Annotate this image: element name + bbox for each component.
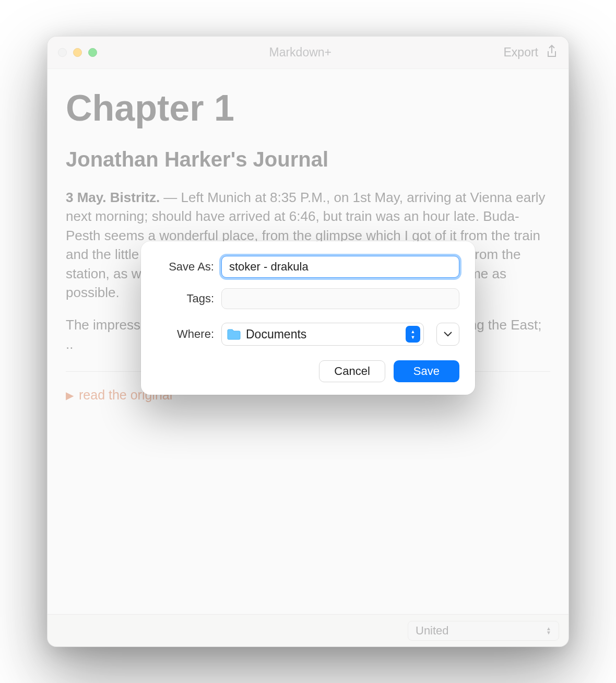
- where-stepper-icon: ▲▼: [406, 326, 420, 343]
- cancel-button[interactable]: Cancel: [319, 360, 385, 382]
- save-dialog: Save As: Tags: Where: Documents ▲▼ Cance…: [141, 241, 475, 395]
- tags-label: Tags:: [157, 292, 214, 305]
- where-label: Where:: [157, 327, 214, 341]
- where-value: Documents: [246, 327, 306, 342]
- saveas-input[interactable]: [221, 256, 459, 278]
- chevron-down-icon: [444, 332, 452, 337]
- where-select[interactable]: Documents ▲▼: [221, 323, 424, 346]
- app-window: Markdown+ Export Chapter 1 Jonathan Hark…: [47, 36, 569, 647]
- expand-dialog-button[interactable]: [436, 323, 459, 346]
- save-button[interactable]: Save: [394, 360, 459, 382]
- tags-input[interactable]: [221, 288, 459, 309]
- folder-icon: [227, 328, 241, 340]
- saveas-label: Save As:: [157, 260, 214, 274]
